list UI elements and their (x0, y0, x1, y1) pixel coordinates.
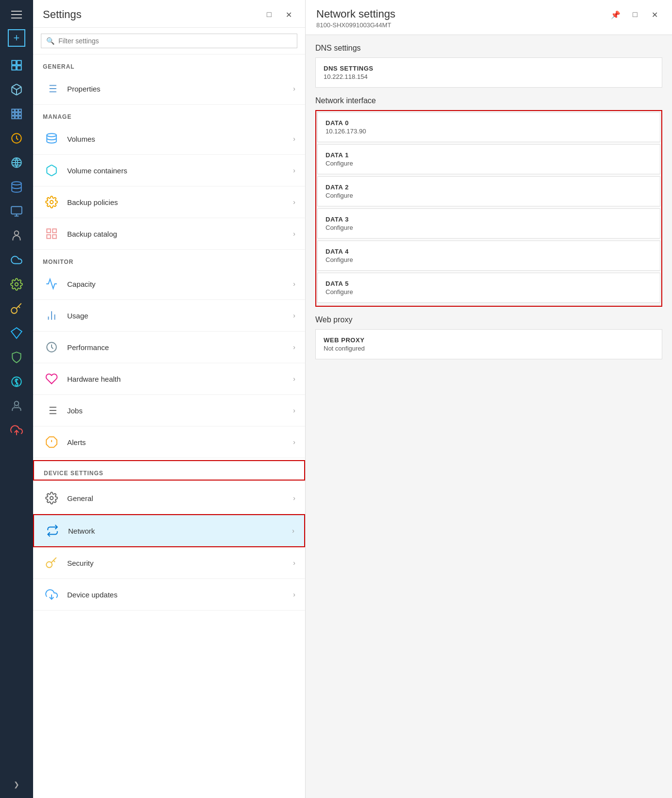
data4-card[interactable]: DATA 4 Configure (317, 241, 660, 271)
ns-header: Network settings 8100-SHX0991003G44MT 📌 … (306, 0, 672, 35)
jobs-chevron: › (293, 407, 295, 414)
dns-card-title: DNS SETTINGS (324, 65, 654, 72)
performance-icon (43, 338, 60, 356)
backup-catalog-chevron: › (293, 230, 295, 238)
alerts-icon (43, 433, 60, 451)
backup-policies-chevron: › (293, 198, 295, 206)
section-label-manage: MANAGE (33, 105, 305, 123)
svg-rect-38 (47, 235, 51, 239)
data0-title: DATA 0 (326, 119, 652, 127)
ns-scroll: DNS settings DNS SETTINGS 10.222.118.154… (306, 35, 672, 798)
settings-panel: Settings □ ✕ 🔍 GENERAL Properties › MANA… (33, 0, 306, 798)
globe-icon[interactable] (6, 152, 27, 173)
settings-item-usage[interactable]: Usage › (33, 300, 305, 332)
dns-section-title: DNS settings (315, 44, 662, 53)
worker-icon[interactable] (6, 395, 27, 417)
dashboard-icon[interactable] (6, 55, 27, 76)
ns-close-button[interactable]: ✕ (648, 8, 661, 21)
svg-rect-35 (47, 229, 51, 233)
settings-item-hardware-health[interactable]: Hardware health › (33, 363, 305, 395)
settings-title: Settings (43, 8, 82, 21)
settings-close-button[interactable]: ✕ (282, 8, 295, 21)
gear-icon[interactable] (6, 274, 27, 295)
data1-card[interactable]: DATA 1 Configure (317, 144, 660, 174)
box-icon[interactable] (6, 79, 27, 100)
dns-card-value: 10.222.118.154 (324, 73, 654, 80)
settings-item-properties[interactable]: Properties › (33, 73, 305, 105)
settings-item-performance[interactable]: Performance › (33, 332, 305, 363)
data3-value: Configure (326, 224, 652, 231)
data2-card[interactable]: DATA 2 Configure (317, 176, 660, 206)
svg-point-53 (46, 562, 52, 568)
ns-pin-button[interactable]: 📌 (609, 8, 622, 21)
diamond-icon[interactable] (6, 322, 27, 344)
settings-item-security[interactable]: Security › (33, 547, 305, 579)
jobs-icon (43, 402, 60, 419)
svg-point-21 (15, 283, 18, 286)
settings-item-jobs[interactable]: Jobs › (33, 395, 305, 427)
settings-item-alerts[interactable]: Alerts › (33, 427, 305, 458)
svg-rect-8 (12, 112, 14, 115)
dns-settings-card[interactable]: DNS SETTINGS 10.222.118.154 (315, 57, 662, 88)
network-icon (44, 522, 61, 539)
svg-rect-10 (18, 112, 21, 115)
nav-collapse-button[interactable]: ❯ (6, 776, 27, 793)
data0-card[interactable]: DATA 0 10.126.173.90 (317, 112, 660, 142)
general-device-icon (43, 489, 60, 507)
shield-icon[interactable] (6, 347, 27, 368)
section-label-device-settings: DEVICE SETTINGS (34, 461, 304, 480)
settings-item-volume-containers[interactable]: Volume containers › (33, 155, 305, 186)
search-input-wrapper[interactable]: 🔍 (41, 34, 297, 48)
settings-item-device-updates[interactable]: Device updates › (33, 579, 305, 611)
search-icon: 🔍 (46, 37, 54, 45)
key-icon[interactable] (6, 298, 27, 319)
alerts-label: Alerts (67, 438, 293, 446)
settings-item-backup-policies[interactable]: Backup policies › (33, 186, 305, 218)
database-icon[interactable] (6, 176, 27, 198)
dollar-circle-icon[interactable] (6, 371, 27, 392)
web-proxy-card[interactable]: WEB PROXY Not configured (315, 329, 662, 359)
cloud-icon[interactable] (6, 249, 27, 271)
usage-icon (43, 307, 60, 324)
ns-header-actions: 📌 □ ✕ (609, 8, 661, 21)
svg-point-52 (50, 497, 54, 500)
svg-point-20 (15, 231, 19, 235)
svg-point-25 (15, 401, 19, 406)
clock-icon[interactable] (6, 128, 27, 149)
svg-rect-13 (18, 116, 21, 118)
performance-chevron: › (293, 343, 295, 351)
network-settings-panel: Network settings 8100-SHX0991003G44MT 📌 … (306, 0, 672, 798)
monitor-icon[interactable] (6, 201, 27, 222)
section-label-monitor: MONITOR (33, 250, 305, 268)
settings-item-network[interactable]: Network › (34, 515, 304, 546)
ns-title: Network settings (316, 8, 396, 20)
jobs-label: Jobs (67, 407, 293, 415)
hardware-health-label: Hardware health (67, 375, 293, 383)
upload-cloud-icon[interactable] (6, 420, 27, 441)
apps-grid-icon[interactable] (6, 103, 27, 125)
settings-item-general-device[interactable]: General › (33, 483, 305, 514)
settings-item-capacity[interactable]: Capacity › (33, 268, 305, 300)
ns-maximize-button[interactable]: □ (628, 8, 642, 21)
hamburger-menu[interactable] (7, 5, 26, 24)
backup-policies-icon (43, 193, 60, 211)
device-updates-label: Device updates (67, 591, 293, 599)
svg-rect-37 (53, 235, 56, 239)
nav-bar: + (0, 0, 33, 798)
data4-value: Configure (326, 256, 652, 263)
nav-icons-list (6, 55, 27, 776)
settings-item-volumes[interactable]: Volumes › (33, 123, 305, 155)
settings-item-backup-catalog[interactable]: Backup catalog › (33, 218, 305, 250)
svg-rect-6 (15, 109, 18, 111)
svg-rect-3 (17, 66, 21, 70)
hardware-health-icon (43, 370, 60, 388)
nav-add-button[interactable]: + (8, 29, 25, 47)
person-icon[interactable] (6, 225, 27, 246)
data5-card[interactable]: DATA 5 Configure (317, 273, 660, 303)
settings-maximize-button[interactable]: □ (262, 8, 276, 21)
search-input[interactable] (58, 37, 292, 45)
general-device-label: General (67, 494, 293, 502)
data3-card[interactable]: DATA 3 Configure (317, 208, 660, 239)
ns-title-block: Network settings 8100-SHX0991003G44MT (316, 8, 396, 29)
svg-rect-17 (11, 206, 22, 214)
